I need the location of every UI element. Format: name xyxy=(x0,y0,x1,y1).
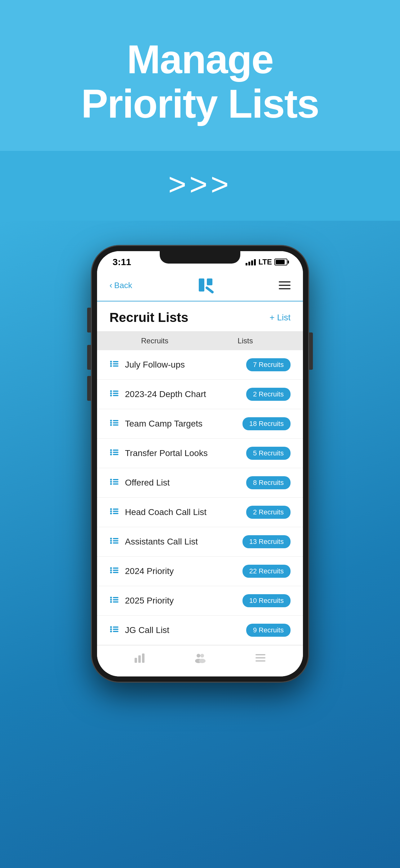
list-item[interactable]: Head Coach Call List 2 Recruits xyxy=(97,498,303,527)
list-item-name: Head Coach Call List xyxy=(125,507,206,517)
svg-rect-64 xyxy=(142,653,144,663)
svg-rect-37 xyxy=(113,513,119,514)
list-item-left: 2023-24 Depth Chart xyxy=(109,389,206,400)
list-item-left: July Follow-ups xyxy=(109,359,185,371)
svg-point-66 xyxy=(200,654,204,657)
list-item[interactable]: Transfer Portal Looks 5 Recruits xyxy=(97,439,303,468)
svg-rect-71 xyxy=(256,660,265,661)
svg-rect-7 xyxy=(113,365,119,367)
list-item[interactable]: 2025 Priority 10 Recruits xyxy=(97,586,303,616)
svg-rect-3 xyxy=(113,361,119,362)
svg-rect-13 xyxy=(113,395,119,396)
svg-rect-23 xyxy=(113,452,119,453)
phone-screen: 3:11 LTE ‹ Back xyxy=(97,251,303,677)
list-lines-icon xyxy=(109,359,120,371)
list-lines-icon xyxy=(109,389,120,400)
list-item-left: Transfer Portal Looks xyxy=(109,447,208,460)
list-item[interactable]: Offered List 8 Recruits xyxy=(97,468,303,498)
svg-rect-9 xyxy=(113,391,119,392)
svg-point-10 xyxy=(110,393,112,394)
page-title: Recruit Lists xyxy=(109,310,188,325)
svg-rect-49 xyxy=(113,572,119,573)
svg-rect-62 xyxy=(135,658,137,663)
list-item[interactable]: JG Call List 9 Recruits xyxy=(97,616,303,645)
svg-rect-45 xyxy=(113,567,119,569)
arrow-section: >>> xyxy=(0,151,400,221)
status-time: 3:11 xyxy=(112,257,131,267)
svg-point-20 xyxy=(110,449,112,451)
arrows-decoration: >>> xyxy=(0,166,400,202)
svg-rect-55 xyxy=(113,601,119,602)
add-list-button[interactable]: + List xyxy=(269,313,291,322)
svg-point-48 xyxy=(110,571,112,574)
tab-list-icon[interactable] xyxy=(254,652,267,664)
svg-rect-63 xyxy=(138,655,141,663)
list-item-name: Transfer Portal Looks xyxy=(125,448,208,458)
recruit-badge: 13 Recruits xyxy=(242,535,291,548)
svg-point-26 xyxy=(110,479,112,480)
svg-rect-11 xyxy=(113,393,119,394)
list-item-name: Team Camp Targets xyxy=(125,419,202,429)
svg-rect-19 xyxy=(113,424,119,426)
hero-section: Manage Priority Lists xyxy=(0,0,400,151)
list-lines-icon xyxy=(109,477,120,489)
list-item-name: Offered List xyxy=(125,478,170,488)
phone-area: 3:11 LTE ‹ Back xyxy=(0,221,400,868)
app-logo-icon xyxy=(196,276,215,294)
list-item-left: JG Call List xyxy=(109,624,169,637)
list-item-name: 2024 Priority xyxy=(125,566,174,576)
svg-point-32 xyxy=(110,508,112,510)
svg-point-14 xyxy=(110,420,112,422)
svg-rect-35 xyxy=(113,511,119,512)
list-item[interactable]: Team Camp Targets 18 Recruits xyxy=(97,409,303,439)
tab-people-icon[interactable] xyxy=(194,652,206,664)
page-header: Recruit Lists + List xyxy=(97,302,303,332)
svg-point-28 xyxy=(110,481,112,483)
svg-rect-39 xyxy=(113,538,119,539)
svg-point-42 xyxy=(110,542,112,544)
list-lines-icon xyxy=(109,595,120,607)
svg-rect-1 xyxy=(207,278,212,285)
svg-point-58 xyxy=(110,628,112,630)
list-item-name: JG Call List xyxy=(125,625,169,635)
list-item-name: 2025 Priority xyxy=(125,596,174,606)
phone-shell: 3:11 LTE ‹ Back xyxy=(92,246,308,682)
svg-rect-21 xyxy=(113,450,119,451)
svg-point-22 xyxy=(110,452,112,453)
table-header: Recruits Lists xyxy=(97,332,303,350)
svg-rect-57 xyxy=(113,626,119,628)
recruit-badge: 9 Recruits xyxy=(246,624,291,637)
svg-point-52 xyxy=(110,599,112,601)
list-item[interactable]: July Follow-ups 7 Recruits xyxy=(97,350,303,380)
status-bar: 3:11 LTE xyxy=(97,251,303,270)
svg-point-38 xyxy=(110,538,112,539)
bottom-tab-bar xyxy=(97,645,303,677)
svg-point-4 xyxy=(110,363,112,365)
lte-icon: LTE xyxy=(258,258,272,266)
recruit-badge: 2 Recruits xyxy=(246,388,291,401)
svg-rect-15 xyxy=(113,420,119,421)
hamburger-menu-icon[interactable] xyxy=(279,281,291,289)
list-item-left: Team Camp Targets xyxy=(109,418,202,430)
phone-notch xyxy=(160,251,240,264)
back-button[interactable]: ‹ Back xyxy=(109,280,132,290)
svg-rect-51 xyxy=(113,597,119,598)
table-header-lists: Lists xyxy=(200,337,291,345)
back-label: Back xyxy=(114,281,132,290)
svg-rect-27 xyxy=(113,479,119,480)
svg-point-12 xyxy=(110,395,112,397)
list-item[interactable]: 2023-24 Depth Chart 2 Recruits xyxy=(97,380,303,409)
signal-icon xyxy=(245,258,256,266)
nav-bar: ‹ Back xyxy=(97,270,303,302)
hero-title: Manage Priority Lists xyxy=(19,37,381,126)
tab-stats-icon[interactable] xyxy=(133,652,146,664)
list-item[interactable]: 2024 Priority 22 Recruits xyxy=(97,557,303,586)
svg-rect-43 xyxy=(113,542,119,544)
recruit-badge: 10 Recruits xyxy=(242,594,291,607)
list-item[interactable]: Assistants Call List 13 Recruits xyxy=(97,527,303,557)
svg-rect-29 xyxy=(113,481,119,483)
svg-point-46 xyxy=(110,569,112,571)
list-lines-icon xyxy=(109,624,120,637)
status-icons: LTE xyxy=(245,258,288,266)
svg-rect-33 xyxy=(113,508,119,510)
